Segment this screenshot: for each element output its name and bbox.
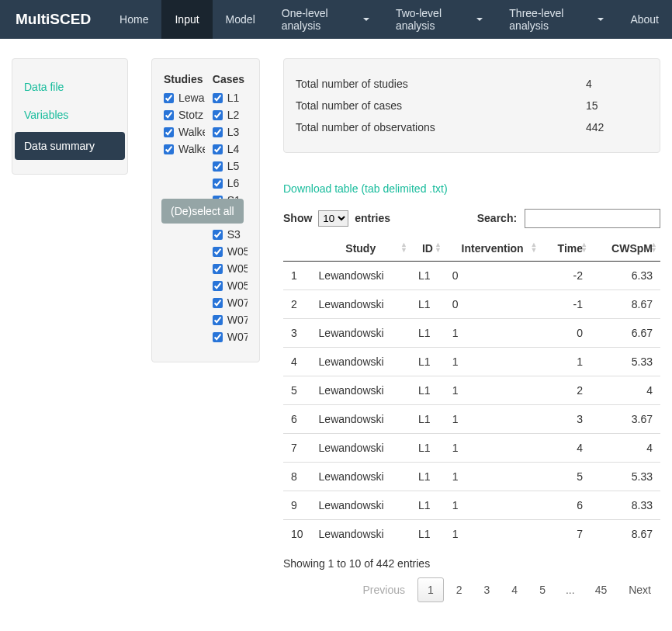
table-row: 10LewandowskiL1178.67 <box>283 520 660 549</box>
cell: 0 <box>445 290 541 319</box>
cell: Lewandowski <box>311 319 410 348</box>
brand[interactable]: MultiSCED <box>0 0 106 39</box>
case-label: W07_3_Ke <box>227 331 248 343</box>
study-label: Stotz <box>178 109 203 121</box>
cell: 8.67 <box>591 290 660 319</box>
case-checkbox[interactable] <box>213 144 223 154</box>
cell: 9 <box>283 491 311 520</box>
pagination-next[interactable]: Next <box>619 578 660 602</box>
sidebar-item-data-summary[interactable]: Data summary <box>15 132 125 160</box>
cell: 7 <box>540 520 591 549</box>
nav-two-level-analysis[interactable]: Two-level analysis <box>383 0 496 39</box>
cell: L1 <box>410 376 445 405</box>
column-header <box>283 236 311 262</box>
case-checkbox[interactable] <box>213 298 223 308</box>
nav-three-level-analysis[interactable]: Three-level analysis <box>496 0 617 39</box>
case-checkbox[interactable] <box>213 332 223 342</box>
case-label: W05_1_Ku <box>227 245 248 258</box>
case-checkbox[interactable] <box>213 179 223 189</box>
cell: Lewandowski <box>311 434 410 463</box>
table-row: 5LewandowskiL1124 <box>283 376 660 405</box>
cell: 3 <box>540 405 591 434</box>
column-header[interactable]: ID▲▼ <box>410 236 445 262</box>
cell: L1 <box>410 348 445 376</box>
case-checkbox[interactable] <box>213 264 223 274</box>
cell: 3 <box>283 319 311 348</box>
summary-value: 15 <box>586 99 648 112</box>
nav-input[interactable]: Input <box>161 0 212 39</box>
chevron-down-icon <box>476 18 483 21</box>
column-header[interactable]: Time▲▼ <box>540 236 591 262</box>
case-checkbox[interactable] <box>213 110 223 120</box>
case-label: S3 <box>227 228 241 241</box>
case-checkbox[interactable] <box>213 230 223 240</box>
cell: L1 <box>410 405 445 434</box>
pagination-page[interactable]: 4 <box>502 578 527 602</box>
cell: 1 <box>445 463 541 491</box>
cell: Lewandowski <box>311 405 410 434</box>
nav-model[interactable]: Model <box>213 0 268 39</box>
case-checkbox[interactable] <box>213 247 223 257</box>
cell: L1 <box>410 491 445 520</box>
cell: 8.33 <box>591 491 660 520</box>
sort-icon: ▲▼ <box>650 242 657 253</box>
cell: 3.67 <box>591 405 660 434</box>
pagination-page[interactable]: 45 <box>586 578 617 602</box>
cell: 6.33 <box>591 262 660 290</box>
sort-icon: ▲▼ <box>400 242 407 253</box>
study-checkbox[interactable] <box>164 144 174 154</box>
nav-about[interactable]: About <box>617 0 672 39</box>
case-label: L4 <box>227 143 240 155</box>
case-checkbox[interactable] <box>213 281 223 291</box>
case-checkbox[interactable] <box>213 93 223 103</box>
search-input[interactable] <box>525 209 660 228</box>
cell: Lewandowski <box>311 348 410 376</box>
cell: 8.67 <box>591 520 660 549</box>
sidebar-item-data-file[interactable]: Data file <box>24 73 116 101</box>
case-checkbox[interactable] <box>213 161 223 172</box>
case-label: W05_2_Ar <box>227 262 248 275</box>
download-table-link[interactable]: Download table (tab delimited .txt) <box>283 182 448 195</box>
nav-home[interactable]: Home <box>106 0 161 39</box>
column-header[interactable]: Study▲▼ <box>311 236 410 262</box>
cell: 4 <box>540 434 591 463</box>
pagination-page[interactable]: 1 <box>417 577 444 602</box>
cell: Lewandowski <box>311 376 410 405</box>
column-header[interactable]: Intervention▲▼ <box>445 236 541 262</box>
pagination-page[interactable]: 5 <box>530 578 555 602</box>
case-label: L3 <box>227 126 240 138</box>
cell: 7 <box>283 434 311 463</box>
study-checkbox[interactable] <box>164 127 174 137</box>
case-label: W05_3_Da <box>227 279 248 292</box>
cell: L1 <box>410 319 445 348</box>
sidebar-item-variables[interactable]: Variables <box>24 101 116 129</box>
cell: 5.33 <box>591 463 660 491</box>
table-row: 9LewandowskiL1168.33 <box>283 491 660 520</box>
pagination-page[interactable]: 2 <box>447 578 472 602</box>
length-label: Show 10 entries <box>283 210 390 227</box>
study-checkbox[interactable] <box>164 93 174 103</box>
cell: L1 <box>410 290 445 319</box>
chevron-down-icon <box>598 18 604 21</box>
length-select[interactable]: 10 <box>318 210 348 227</box>
column-header[interactable]: CWSpM▲▼ <box>591 236 660 262</box>
cell: Lewandowski <box>311 290 410 319</box>
cell: 1 <box>445 491 541 520</box>
case-checkbox[interactable] <box>213 127 223 137</box>
sort-icon: ▲▼ <box>435 242 442 253</box>
summary-label: Total number of observations <box>296 121 586 133</box>
cell: Lewandowski <box>311 520 410 549</box>
cell: 1 <box>445 434 541 463</box>
nav-one-level-analysis[interactable]: One-level analysis <box>268 0 383 39</box>
cell: Lewandowski <box>311 491 410 520</box>
study-checkbox[interactable] <box>164 110 174 120</box>
case-label: W07_1_Er <box>227 296 248 309</box>
studies-header: Studies <box>164 73 205 85</box>
deselect-all-button[interactable]: (De)select all <box>161 199 244 224</box>
case-label: L5 <box>227 160 240 172</box>
cell: 10 <box>283 520 311 549</box>
case-label: L2 <box>227 109 240 121</box>
table-info: Showing 1 to 10 of 442 entries <box>283 557 660 570</box>
pagination-page[interactable]: 3 <box>475 578 500 602</box>
case-checkbox[interactable] <box>213 315 223 325</box>
